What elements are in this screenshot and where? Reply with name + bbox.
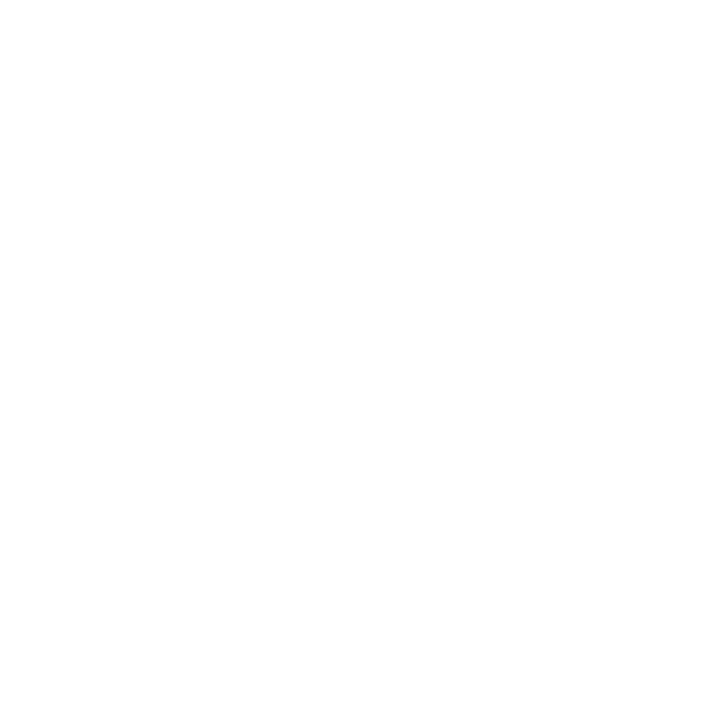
chart-svg [0,0,728,728]
bottleneck-chart [0,0,728,728]
